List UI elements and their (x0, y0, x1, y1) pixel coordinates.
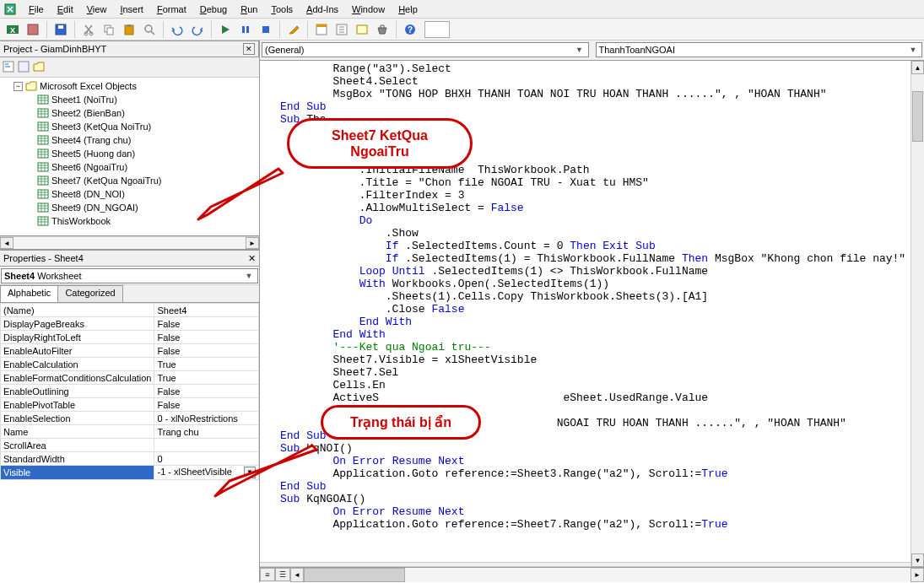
excel-icon[interactable]: X (3, 20, 22, 39)
menu-tools[interactable]: Tools (264, 3, 300, 16)
design-mode-icon[interactable] (284, 20, 303, 39)
property-value[interactable]: True (154, 358, 259, 371)
menu-edit[interactable]: Edit (51, 3, 80, 16)
save-icon[interactable] (51, 20, 70, 39)
dropdown-icon[interactable]: ▼ (243, 272, 255, 280)
code-editor[interactable]: Range("a3").Select Sheet4.Select MsgBox … (260, 61, 924, 562)
cut-icon[interactable] (79, 20, 98, 39)
property-value[interactable]: False (154, 344, 259, 358)
property-value[interactable]: False (154, 317, 259, 331)
code-vscroll[interactable]: ▲ ▼ (910, 61, 924, 567)
tree-sheet-item[interactable]: Sheet4 (Trang chu) (2, 133, 257, 147)
find-icon[interactable] (140, 20, 159, 39)
properties-grid[interactable]: (Name)Sheet4DisplayPageBreaksFalseDispla… (0, 302, 259, 582)
property-value[interactable]: 0 (154, 452, 259, 466)
properties-panel-close-icon[interactable]: ✕ (248, 253, 256, 264)
property-row[interactable]: EnableSelection0 - xlNoRestrictions (1, 412, 259, 425)
properties-object-combo[interactable]: Sheet4 Worksheet ▼ (1, 268, 258, 283)
menu-file[interactable]: File (22, 3, 51, 16)
property-value[interactable]: False (154, 398, 259, 412)
property-row[interactable]: EnableAutoFilterFalse (1, 344, 259, 358)
scroll-left-icon[interactable]: ◄ (290, 568, 304, 582)
tree-sheet-item[interactable]: Sheet1 (NoiTru) (2, 93, 257, 106)
procedure-view-icon[interactable]: ≡ (260, 568, 275, 581)
property-row[interactable]: EnableOutliningFalse (1, 385, 259, 398)
scroll-left-icon[interactable]: ◄ (0, 237, 14, 249)
help-search-input[interactable] (424, 21, 450, 38)
redo-icon[interactable] (188, 20, 207, 39)
undo-icon[interactable] (168, 20, 186, 39)
dropdown-icon[interactable]: ▼ (574, 46, 586, 54)
property-value[interactable]: False (154, 331, 259, 344)
tree-sheet-item[interactable]: Sheet5 (Huong dan) (2, 147, 257, 160)
property-value[interactable]: 0 - xlNoRestrictions (154, 412, 259, 425)
property-row[interactable]: DisplayRightToLeftFalse (1, 331, 259, 344)
scroll-thumb[interactable] (912, 91, 923, 142)
tree-sheet-item[interactable]: Sheet7 (KetQua NgoaiTru) (2, 174, 257, 187)
project-tree[interactable]: − Microsoft Excel Objects Sheet1 (NoiTru… (0, 78, 259, 236)
full-module-view-icon[interactable]: ☰ (275, 568, 290, 581)
property-row[interactable]: (Name)Sheet4 (1, 304, 259, 317)
properties-icon[interactable] (332, 20, 351, 39)
menu-format[interactable]: Format (150, 3, 193, 16)
tree-folder[interactable]: − Microsoft Excel Objects (2, 79, 257, 93)
project-explorer-icon[interactable] (312, 20, 331, 39)
menu-window[interactable]: Window (345, 3, 392, 16)
break-icon[interactable] (236, 20, 255, 39)
property-row[interactable]: ScrollArea (1, 439, 259, 452)
property-value[interactable]: Trang chu (154, 425, 259, 439)
insert-module-icon[interactable] (24, 20, 42, 39)
menu-add-ins[interactable]: Add-Ins (300, 3, 345, 16)
menu-help[interactable]: Help (392, 3, 424, 16)
property-row[interactable]: StandardWidth0 (1, 452, 259, 466)
tree-sheet-item[interactable]: Sheet8 (DN_NOI) (2, 187, 257, 201)
tree-sheet-item[interactable]: ThisWorkbook (2, 214, 257, 228)
view-code-icon[interactable] (2, 60, 15, 75)
svg-rect-11 (127, 24, 131, 27)
project-panel-close-icon[interactable]: ✕ (243, 43, 255, 55)
property-value[interactable]: -1 - xlSheetVisible▼ (154, 466, 259, 480)
object-combo[interactable]: (General) ▼ (262, 42, 589, 57)
scroll-up-icon[interactable]: ▲ (911, 61, 924, 74)
scroll-right-icon[interactable]: ► (246, 237, 259, 249)
property-value[interactable]: Sheet4 (154, 304, 259, 317)
dropdown-icon[interactable]: ▼ (244, 467, 256, 478)
object-browser-icon[interactable] (353, 20, 371, 39)
collapse-icon[interactable]: − (14, 82, 23, 91)
menu-debug[interactable]: Debug (193, 3, 234, 16)
tree-sheet-item[interactable]: Sheet6 (NgoaiTru) (2, 160, 257, 174)
worksheet-icon (37, 175, 49, 186)
dropdown-icon[interactable]: ▼ (907, 46, 919, 54)
property-row[interactable]: DisplayPageBreaksFalse (1, 317, 259, 331)
menu-insert[interactable]: Insert (113, 3, 150, 16)
property-row[interactable]: EnableCalculationTrue (1, 358, 259, 371)
property-row[interactable]: NameTrang chu (1, 425, 259, 439)
property-row[interactable]: EnablePivotTableFalse (1, 398, 259, 412)
toggle-folders-icon[interactable] (32, 60, 46, 75)
property-row[interactable]: EnableFormatConditionsCalculationTrue (1, 371, 259, 385)
procedure-combo[interactable]: ThanhToanNGOAI ▼ (596, 42, 923, 57)
code-hscroll[interactable]: ≡ ☰ ◄ ► (260, 567, 924, 582)
menu-view[interactable]: View (80, 3, 114, 16)
tab-categorized[interactable]: Categorized (57, 285, 122, 302)
copy-icon[interactable] (100, 20, 118, 39)
scroll-right-icon[interactable]: ► (910, 568, 924, 582)
tree-sheet-item[interactable]: Sheet2 (BienBan) (2, 106, 257, 120)
property-row[interactable]: Visible-1 - xlSheetVisible▼ (1, 466, 259, 480)
run-icon[interactable] (216, 20, 235, 39)
property-value[interactable]: True (154, 371, 259, 385)
tree-sheet-item[interactable]: Sheet3 (KetQua NoiTru) (2, 120, 257, 133)
tree-sheet-item[interactable]: Sheet9 (DN_NGOAI) (2, 201, 257, 214)
toolbox-icon[interactable] (373, 20, 392, 39)
tab-alphabetic[interactable]: Alphabetic (0, 285, 58, 302)
scroll-down-icon[interactable]: ▼ (911, 553, 924, 567)
paste-icon[interactable] (120, 20, 138, 39)
help-icon[interactable]: ? (401, 20, 419, 39)
tree-hscroll[interactable]: ◄ ► (0, 236, 259, 250)
view-object-icon[interactable] (17, 60, 30, 75)
reset-icon[interactable] (257, 20, 275, 39)
menu-run[interactable]: Run (234, 3, 264, 16)
property-value[interactable]: False (154, 385, 259, 398)
scroll-thumb[interactable] (304, 568, 405, 582)
property-value[interactable] (154, 439, 259, 452)
